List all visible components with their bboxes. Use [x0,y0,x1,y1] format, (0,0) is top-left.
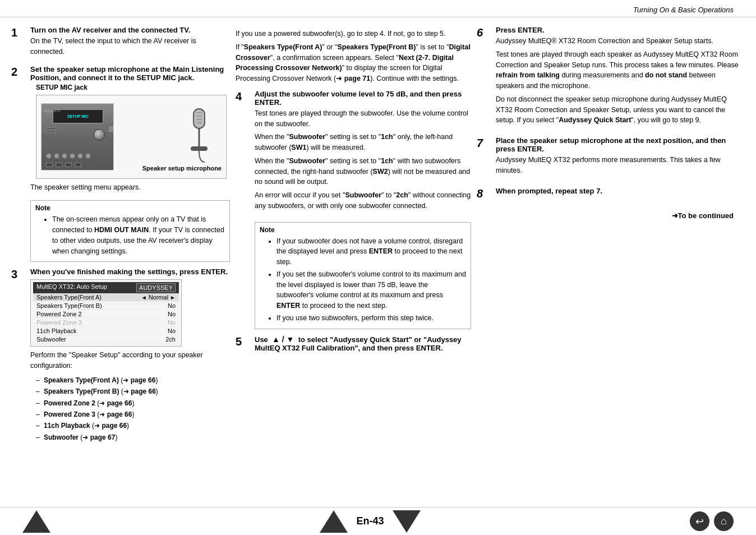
port [46,163,53,167]
screen-row-2: Powered Zone 2 No [33,310,179,319]
config-item-5: – 11ch Playback (➜ page 66) [36,420,230,431]
mic-diagram: SETUP MIC MARANTZ [36,95,227,179]
left-column: 1 Turn on the AV receiver and the connec… [11,26,230,451]
step-2-title: Set the speaker setup microphone at the … [30,65,230,82]
button-sm [62,153,67,159]
screen-title: MultEQ XT32: Auto Setup [36,283,107,292]
step-3-title: When you've finished making the settings… [30,268,230,276]
step-1-title: Turn on the AV receiver and the connecte… [30,26,230,34]
step4-p1: Test tones are played through the subwoo… [255,108,471,130]
step-1-body: On the TV, select the input to which the… [30,36,230,57]
button-sm [77,153,83,159]
back-icon-button[interactable]: ↩ [690,511,709,531]
page-num-center: En-43 [320,510,420,533]
button-sm [85,153,91,159]
step6-p1: Audyssey MultEQ® XT32 Room Correction an… [496,36,745,47]
middle-column: If you use a powered subwoofer(s), go to… [236,26,471,451]
port [65,163,72,167]
step-1: 1 Turn on the AV receiver and the connec… [11,26,230,57]
button-sm [54,153,59,159]
screen-brand: AUDYSSEY [136,283,176,292]
port [56,163,62,167]
ports-row [46,163,81,167]
step-4: 4 Adjust the subwoofer volume level to 7… [236,90,471,214]
button-sm [70,153,75,159]
page-footer: En-43 ↩ ⌂ [0,507,756,535]
footer-icons: ↩ ⌂ [690,511,734,531]
step-8-title: When prompted, repeat step 7. [496,187,745,195]
step-2-body: The speaker setting menu appears. [30,182,230,193]
config-item-2: – Speakers Type(Front B) (➜ page 66) [36,386,230,397]
step4-p4: An error will occur if you set "Subwoofe… [255,190,471,211]
screen-mockup: MultEQ XT32: Auto Setup AUDYSSEY Speaker… [30,279,182,347]
page-number: En-43 [356,515,384,527]
right-column: 6 Press ENTER. Audyssey MultEQ® XT32 Roo… [477,26,745,451]
av-receiver-illustration: SETUP MIC MARANTZ [41,103,114,170]
step-2: 2 Set the speaker setup microphone at th… [11,65,230,193]
home-icon-button[interactable]: ⌂ [714,511,734,531]
step6-p2: Test tones are played through each speak… [496,49,745,91]
step-7: 7 Place the speaker setup microphone at … [477,136,745,179]
config-item-3: – Powered Zone 2 (➜ page 66) [36,398,230,409]
step-2-number: 2 [11,65,27,193]
screen-header: MultEQ XT32: Auto Setup AUDYSSEY [33,282,179,293]
step5-body2: If "Speakers Type(Front A)" or "Speakers… [236,42,471,84]
chapter-title: Turning On & Basic Operations [633,6,734,14]
continued-text: ➜To be continued [672,211,734,220]
screen-row-4: 11ch Playback No [33,327,179,335]
step7-body: Audyssey MultEQ XT32 performs more measu… [496,155,745,176]
note-box-step2: Note The on-screen menus appear only on … [30,200,230,262]
step-6-number: 6 [477,26,492,128]
home-icon: ⌂ [721,515,727,527]
step-3-number: 3 [11,268,27,443]
note-item-4-2: If you set the subwoofer's volume contro… [276,269,466,311]
note-body-step2: The on-screen menus appear only on a TV … [44,214,225,256]
screen-row-1: Speakers Type(Front B) No [33,302,179,310]
step5-body-pre: If you use a powered subwoofer(s), go to… [236,29,471,39]
step-7-number: 7 [477,136,492,179]
svg-rect-1 [193,109,205,128]
config-intro: Perform the "Speaker Setup" according to… [30,350,230,371]
screen-row-5: Subwoofer 2ch [33,335,179,344]
buttons-row [46,153,91,159]
step4-p2: When the "Subwoofer" setting is set to "… [255,132,471,153]
setup-mic-label: SETUP MIC jack [36,84,230,91]
svg-rect-7 [191,146,208,151]
step5-intro: If you use a powered subwoofer(s), go to… [236,26,471,84]
screen-row-3: Powered Zone 3 No [33,319,179,327]
step-7-title: Place the speaker setup microphone at th… [496,136,745,153]
port [75,163,81,167]
note-title-step2: Note [35,204,225,212]
microphone-icon [182,106,216,168]
step-6: 6 Press ENTER. Audyssey MultEQ® XT32 Roo… [477,26,745,128]
page-header: Turning On & Basic Operations [0,0,756,17]
screen-row-0: Speakers Type(Front A) ◄ Normal ► [33,293,179,302]
config-list: – Speakers Type(Front A) (➜ page 66) – S… [36,375,230,443]
step-4-title: Adjust the subwoofer volume level to 75 … [255,90,471,107]
continued-section: ➜To be continued [477,211,734,220]
step-8-number: 8 [477,187,492,200]
config-item-4: – Powered Zone 3 (➜ page 66) [36,409,230,420]
note-body-step4: If your subwoofer does not have a volume… [269,236,466,324]
note-item-4-3: If you use two subwoofers, perform this … [276,313,466,324]
step4-p3: When the "Subwoofer" setting is set to "… [255,156,471,187]
config-item-1: – Speakers Type(Front A) (➜ page 66) [36,375,230,386]
step-6-title: Press ENTER. [496,26,745,34]
step-5: 5 Use ▲ / ▼ to select "Audyssey Quick St… [236,335,471,354]
step-1-number: 1 [11,26,27,57]
step-3: 3 When you've finished making the settin… [11,268,230,443]
footer-nav-down[interactable] [393,510,421,533]
mic-connector [108,125,113,133]
footer-triangle-up [22,510,50,533]
step-8: 8 When prompted, repeat step 7. [477,187,745,200]
volume-knob [94,129,105,140]
step-5-number: 5 [236,335,251,354]
step-5-title: Use ▲ / ▼ to select "Audyssey Quick Star… [255,335,471,352]
footer-nav-up[interactable] [320,510,348,533]
diagram-caption: Speaker setup microphone [142,165,222,172]
button-sm [46,153,52,159]
mic-svg [185,106,213,168]
note-box-step4: Note If your subwoofer does not have a v… [255,222,471,329]
step6-p3: Do not disconnect the speaker setup micr… [496,94,745,126]
note-title-step4: Note [260,226,466,234]
